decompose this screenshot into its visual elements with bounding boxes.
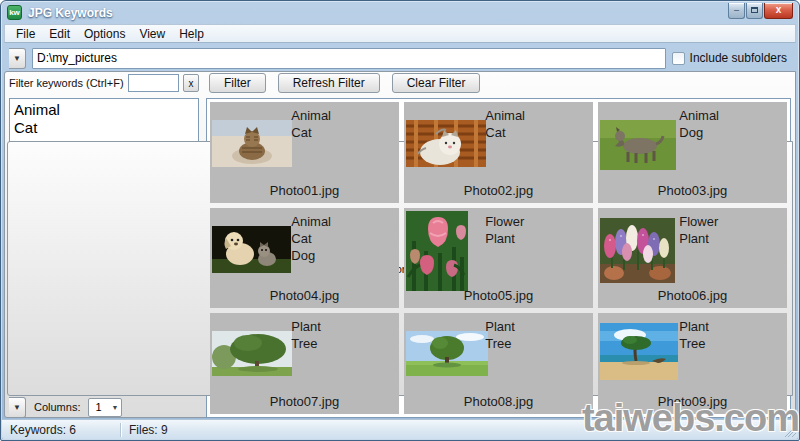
photo-keywords: AnimalCat <box>485 107 525 141</box>
toolbar: Select Folder ▼ D:\my_pictures Include s… <box>4 45 796 71</box>
photo-thumbnail <box>406 120 486 167</box>
columns-value: 1 <box>95 401 101 413</box>
photo-filename: Photo09.jpg <box>598 394 787 409</box>
photo-keywords: AnimalDog <box>679 107 719 141</box>
menu-bar: File Edit Options View Help <box>4 24 796 43</box>
photo-grid: AnimalCat Photo01.jpg AnimalCat Photo02.… <box>210 102 787 414</box>
photo-cell-6[interactable]: FlowerPlant Photo06.jpg <box>598 208 787 309</box>
photo-thumbnail <box>406 331 488 376</box>
keyword-item-cat[interactable]: Cat <box>14 119 194 137</box>
maximize-button[interactable] <box>746 3 763 19</box>
maximize-icon <box>751 7 758 13</box>
chevron-down-icon[interactable]: ▼ <box>9 48 26 69</box>
photo-cell-9[interactable]: PlantTree Photo09.jpg <box>598 313 787 414</box>
photo-keywords: PlantTree <box>291 318 321 352</box>
include-subfolders-label: Include subfolders <box>690 51 787 65</box>
photo-keywords: FlowerPlant <box>679 213 718 247</box>
photo-cell-4[interactable]: AnimalCatDog Photo04.jpg <box>210 208 399 309</box>
photo-thumbnail <box>212 120 292 167</box>
photo-keywords: PlantTree <box>679 318 709 352</box>
photo-thumbnail <box>600 218 675 283</box>
columns-select[interactable]: 1 ▼ <box>88 398 122 417</box>
photo-cell-5[interactable]: FlowerPlant Photo05.jpg <box>404 208 593 309</box>
window-title: JPG Keywords <box>28 6 728 20</box>
status-keywords-count: Keywords: 6 <box>2 423 120 437</box>
close-button[interactable]: x <box>764 3 793 19</box>
photo-keywords: AnimalCatDog <box>291 213 331 264</box>
resize-grip[interactable] <box>784 425 796 437</box>
photo-cell-7[interactable]: PlantTree Photo07.jpg <box>210 313 399 414</box>
photo-filename: Photo06.jpg <box>598 288 787 303</box>
chevron-down-icon: ▼ <box>112 404 119 411</box>
photo-cell-8[interactable]: PlantTree Photo08.jpg <box>404 313 593 414</box>
photo-cell-2[interactable]: AnimalCat Photo02.jpg <box>404 102 593 203</box>
photo-grid-container: AnimalCat Photo01.jpg AnimalCat Photo02.… <box>206 98 791 418</box>
minimize-button[interactable]: – <box>728 3 745 19</box>
status-files-count: Files: 9 <box>121 423 176 437</box>
app-window: kw JPG Keywords – x File Edit Options Vi… <box>0 0 800 441</box>
photo-cell-1[interactable]: AnimalCat Photo01.jpg <box>210 102 399 203</box>
filter-clear-button[interactable]: x <box>183 74 199 92</box>
clear-filter-button[interactable]: Clear Filter <box>392 73 481 93</box>
filter-button[interactable]: Filter <box>209 73 266 93</box>
keyword-panel: Filter keywords (Ctrl+F) x Animal Cat Do… <box>9 71 199 418</box>
menu-file[interactable]: File <box>9 25 42 43</box>
photo-panel: Filter Refresh Filter Clear Filter Anima… <box>206 71 791 418</box>
photo-thumbnail <box>212 331 292 376</box>
photo-cell-3[interactable]: AnimalDog Photo03.jpg <box>598 102 787 203</box>
photo-thumbnail <box>600 120 676 170</box>
menu-edit[interactable]: Edit <box>42 25 77 43</box>
menu-options[interactable]: Options <box>77 25 132 43</box>
filter-keywords-label: Filter keywords (Ctrl+F) <box>9 77 124 89</box>
photo-thumbnail <box>212 226 291 273</box>
status-bar: Keywords: 6 Files: 9 <box>2 419 798 439</box>
photo-filename: Photo02.jpg <box>404 183 593 198</box>
photo-filename: Photo04.jpg <box>210 288 399 303</box>
include-subfolders-checkbox[interactable] <box>672 52 685 65</box>
folder-path-input[interactable]: D:\my_pictures <box>32 48 666 69</box>
photo-keywords: FlowerPlant <box>485 213 524 247</box>
menu-view[interactable]: View <box>132 25 172 43</box>
title-bar: kw JPG Keywords – x <box>1 1 799 24</box>
columns-label: Columns: <box>34 401 80 413</box>
photo-keywords: AnimalCat <box>291 107 331 141</box>
photo-thumbnail <box>406 211 468 291</box>
photo-filename: Photo01.jpg <box>210 183 399 198</box>
photo-filename: Photo07.jpg <box>210 394 399 409</box>
photo-keywords: PlantTree <box>485 318 515 352</box>
photo-filename: Photo03.jpg <box>598 183 787 198</box>
chevron-down-icon[interactable]: ▼ <box>9 397 26 418</box>
menu-help[interactable]: Help <box>172 25 211 43</box>
photo-thumbnail <box>600 323 678 380</box>
photo-filename: Photo08.jpg <box>404 394 593 409</box>
refresh-filter-button[interactable]: Refresh Filter <box>278 73 380 93</box>
select-folder-button[interactable]: Select Folder ▼ <box>9 48 26 69</box>
photo-filename: Photo05.jpg <box>404 288 593 303</box>
font-button[interactable]: Font ▼ <box>9 397 26 418</box>
filter-keywords-input[interactable] <box>128 74 179 92</box>
app-icon: kw <box>7 5 22 20</box>
keyword-item-animal[interactable]: Animal <box>14 101 194 119</box>
